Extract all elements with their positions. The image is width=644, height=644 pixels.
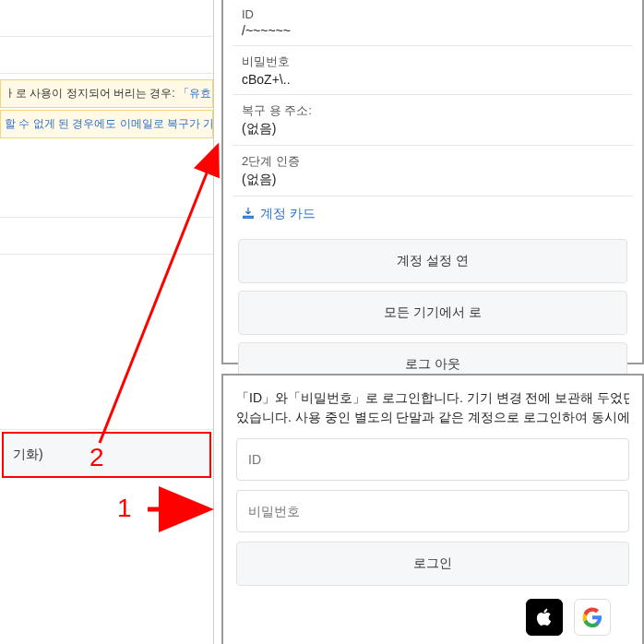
download-account-card[interactable]: 계정 카드 xyxy=(233,197,633,232)
password-input[interactable] xyxy=(236,490,629,532)
annotation-number-2: 2 xyxy=(89,443,104,472)
twofa-label: 2단계 인증 xyxy=(242,153,624,170)
apple-login-button[interactable] xyxy=(526,599,563,636)
login-desc-line2: 있습니다. 사용 중인 별도의 단말과 같은 계정으로 로그인하여 동시에 이 xyxy=(236,408,629,427)
logout-all-button[interactable]: 모든 기기에서 로 xyxy=(238,291,627,335)
left-empty-row xyxy=(0,218,213,255)
password-value: cBoZ+\.. xyxy=(242,72,624,87)
notice-banner-2: 할 수 없게 된 경우에도 이메일로 복구가 가능합니 xyxy=(0,110,213,138)
account-settings-button[interactable]: 계정 설정 연 xyxy=(238,239,627,283)
login-desc-line1: 「ID」와「비밀번호」로 로그인합니다. 기기 변경 전에 보관해 두었던 ID… xyxy=(236,388,629,408)
social-login-row xyxy=(236,599,629,636)
download-icon xyxy=(242,207,255,222)
login-panel: 「ID」와「비밀번호」로 로그인합니다. 기기 변경 전에 보관해 두었던 ID… xyxy=(221,374,644,644)
twofa-block: 2단계 인증 (없음) xyxy=(233,146,633,197)
button-label: 로그 아웃 xyxy=(405,356,460,371)
twofa-value: (없음) xyxy=(242,172,624,188)
left-empty-row xyxy=(0,144,213,218)
left-empty-row xyxy=(0,480,213,526)
google-login-button[interactable] xyxy=(574,599,611,636)
login-button-label: 로그인 xyxy=(413,555,452,570)
id-label: ID xyxy=(242,7,624,21)
left-panel: ㅏ로 사용이 정지되어 버리는 경우: 「유효 기간이있는 할 수 없게 된 경… xyxy=(0,0,214,644)
left-empty-row xyxy=(0,0,213,37)
login-button[interactable]: 로그인 xyxy=(236,542,629,586)
notice-link-2[interactable]: 할 수 없게 된 경우에도 이메일로 복구가 가능합니 xyxy=(5,117,213,130)
left-empty-row xyxy=(0,255,213,430)
recovery-label: 복구 용 주소: xyxy=(242,102,624,119)
reset-button[interactable]: 기화) xyxy=(2,432,211,478)
account-info-panel: ID /~~~~~~ 비밀번호 cBoZ+\.. 복구 용 주소: (없음) 2… xyxy=(221,0,644,364)
button-label: 계정 설정 연 xyxy=(397,253,469,268)
password-label: 비밀번호 xyxy=(242,54,624,70)
id-block: ID /~~~~~~ xyxy=(233,0,633,46)
id-value: /~~~~~~ xyxy=(242,23,624,38)
notice-link[interactable]: 「유효 기간이있는 xyxy=(178,87,213,100)
download-label: 계정 카드 xyxy=(260,206,316,222)
notice-text: ㅏ로 사용이 정지되어 버리는 경우: xyxy=(5,87,178,100)
button-label: 모든 기기에서 로 xyxy=(384,304,482,319)
left-empty-row xyxy=(0,37,213,74)
login-description: 「ID」와「비밀번호」로 로그인합니다. 기기 변경 전에 보관해 두었던 ID… xyxy=(236,388,629,427)
recovery-block: 복구 용 주소: (없음) xyxy=(233,95,633,146)
apple-icon xyxy=(534,607,555,627)
reset-label: 기화) xyxy=(13,447,43,461)
id-input[interactable] xyxy=(236,438,629,481)
google-icon xyxy=(582,607,602,627)
annotation-number-1: 1 xyxy=(117,494,132,523)
password-block: 비밀번호 cBoZ+\.. xyxy=(233,46,633,95)
notice-banner-1: ㅏ로 사용이 정지되어 버리는 경우: 「유효 기간이있는 xyxy=(0,79,213,108)
recovery-value: (없음) xyxy=(242,121,624,137)
